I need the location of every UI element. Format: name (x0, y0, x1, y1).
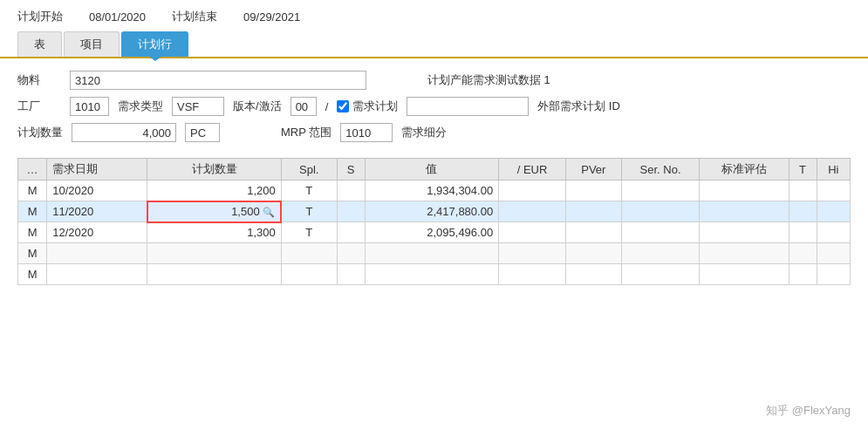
cell-date: 10/2020 (47, 181, 147, 201)
cell-value: 1,934,304.00 (365, 181, 498, 201)
material-input[interactable] (70, 71, 366, 90)
material-name: 计划产能需求测试数据 1 (427, 72, 550, 88)
cell-date (47, 243, 147, 264)
cell-spl: T (281, 181, 337, 201)
plan-end-label: 计划结束 (172, 9, 217, 24)
cell-eur (499, 264, 566, 285)
cell-eur (499, 201, 566, 222)
cell-eur (499, 222, 566, 243)
form-row-material: 物料 计划产能需求测试数据 1 (17, 71, 851, 90)
cell-serno (621, 222, 700, 243)
plan-start-label: 计划开始 (17, 9, 63, 24)
table-row[interactable]: M11/20201,500 🔍T2,417,880.00 (18, 201, 851, 222)
version-label: 版本/激活 (233, 99, 282, 114)
cell-date (47, 264, 147, 285)
cell-date: 12/2020 (47, 222, 147, 243)
material-label: 物料 (17, 72, 61, 88)
cell-qty: 1,300 (147, 222, 281, 243)
plant-input[interactable] (70, 97, 109, 116)
table-container: … 需求日期 计划数量 Spl. S 值 / EUR PVer Ser. No.… (0, 158, 868, 436)
col-header-eur: / EUR (499, 159, 566, 181)
cell-eur (499, 243, 566, 264)
col-header-t: T (789, 159, 817, 181)
tab-plan-line[interactable]: 计划行 (121, 31, 188, 57)
col-header-serno: Ser. No. (621, 159, 700, 181)
demand-type-label: 需求类型 (118, 99, 163, 114)
cell-serno (621, 264, 700, 285)
mrp-label: MRP 范围 (281, 125, 331, 140)
col-header-pver: PVer (565, 159, 621, 181)
cell-type: M (18, 181, 47, 201)
cell-s (337, 222, 365, 243)
form-row-plant: 工厂 需求类型 版本/激活 / 需求计划 外部需求计划 ID (17, 97, 851, 116)
cell-s (337, 181, 365, 201)
plant-label: 工厂 (17, 99, 61, 114)
cell-spl: T (281, 201, 337, 222)
table-header-row: … 需求日期 计划数量 Spl. S 值 / EUR PVer Ser. No.… (18, 159, 851, 181)
cell-hi (817, 264, 850, 285)
plan-end-value: 09/29/2021 (243, 10, 300, 24)
form-area: 物料 计划产能需求测试数据 1 工厂 需求类型 版本/激活 / 需求计划 外部需… (0, 58, 868, 158)
demand-plan-label: 需求计划 (352, 99, 398, 114)
table-row[interactable]: M10/20201,200T1,934,304.00 (18, 181, 851, 201)
cell-pver (565, 222, 621, 243)
demand-plan-check-wrap: 需求计划 (337, 99, 398, 114)
cell-type: M (18, 243, 47, 264)
demand-plan-input[interactable] (407, 97, 529, 116)
qty-input[interactable] (72, 123, 176, 142)
cell-spl (281, 264, 337, 285)
cell-hi (817, 222, 850, 243)
col-header-hi: Hi (817, 159, 850, 181)
cell-qty (147, 243, 281, 264)
external-demand-label: 外部需求计划 ID (537, 99, 620, 114)
cell-pver (565, 201, 621, 222)
col-header-spl: Spl. (281, 159, 337, 181)
cell-s (337, 264, 365, 285)
main-container: 计划开始 08/01/2020 计划结束 09/29/2021 表 项目 计划行… (0, 0, 868, 436)
qty-unit-input[interactable] (185, 123, 220, 142)
mrp-input[interactable] (340, 123, 393, 142)
table-row[interactable]: M (18, 264, 851, 285)
cell-t (789, 181, 817, 201)
col-header-std: 标准评估 (700, 159, 789, 181)
table-row[interactable]: M12/20201,300T2,095,496.00 (18, 222, 851, 243)
cell-std (700, 201, 789, 222)
cell-type: M (18, 222, 47, 243)
cell-std (700, 264, 789, 285)
tab-table[interactable]: 表 (17, 31, 62, 57)
cell-std (700, 181, 789, 201)
cell-spl: T (281, 222, 337, 243)
demand-detail-label: 需求细分 (401, 125, 447, 140)
cell-value (365, 243, 498, 264)
cell-hi (817, 201, 850, 222)
col-header-dots: … (18, 159, 47, 181)
cell-date: 11/2020 (47, 201, 147, 222)
cell-value (365, 264, 498, 285)
cell-value: 2,417,880.00 (365, 201, 498, 222)
cell-serno (621, 181, 700, 201)
header-info: 计划开始 08/01/2020 计划结束 09/29/2021 (0, 0, 868, 31)
cell-t (789, 201, 817, 222)
cell-s (337, 243, 365, 264)
cell-t (789, 222, 817, 243)
cell-qty: 1,200 (147, 181, 281, 201)
cell-t (789, 264, 817, 285)
form-row-qty: 计划数量 MRP 范围 需求细分 (17, 123, 851, 142)
demand-plan-checkbox[interactable] (337, 100, 349, 112)
cell-hi (817, 181, 850, 201)
slash-divider: / (325, 100, 329, 113)
table-row[interactable]: M (18, 243, 851, 264)
cell-std (700, 222, 789, 243)
version-input[interactable] (290, 97, 317, 116)
cell-type: M (18, 264, 47, 285)
col-header-date: 需求日期 (47, 159, 147, 181)
plan-start-value: 08/01/2020 (89, 10, 146, 24)
tabs-row: 表 项目 计划行 (0, 31, 868, 58)
cell-eur (499, 181, 566, 201)
demand-type-input[interactable] (172, 97, 224, 116)
col-header-s: S (337, 159, 365, 181)
cell-serno (621, 201, 700, 222)
tab-item[interactable]: 项目 (64, 31, 120, 57)
cell-std (700, 243, 789, 264)
qty-label: 计划数量 (17, 125, 63, 140)
